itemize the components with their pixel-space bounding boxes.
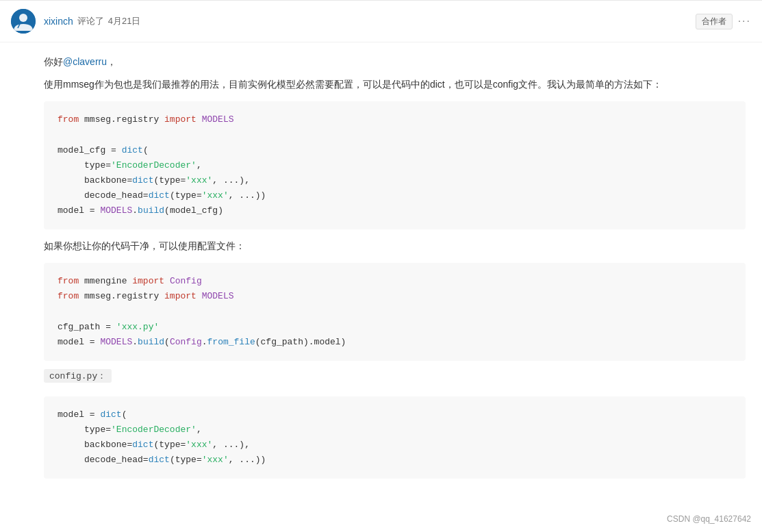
code-line: type='EncoderDecoder', — [58, 158, 732, 173]
code-line: type='EncoderDecoder', — [58, 422, 732, 438]
header-info: xixinch 评论了 4月21日 — [44, 15, 696, 27]
code-line: model = dict( — [58, 407, 732, 422]
code-line: cfg_path = 'xxx.py' — [58, 320, 732, 335]
code-line: from mmseg.registry import MODELS — [58, 112, 732, 127]
code-line: backbone=dict(type='xxx', ...), — [58, 438, 732, 453]
code-block-3: model = dict( type='EncoderDecoder', bac… — [44, 396, 746, 479]
collaborator-badge: 合作者 — [696, 14, 733, 29]
code-line: model_cfg = dict( — [58, 143, 732, 158]
code-line: decode_head=dict(type='xxx', ...)) — [58, 453, 732, 468]
code-line: from mmengine import Config — [58, 274, 732, 289]
comment-body: 你好@claverru， 使用mmseg作为包也是我们最推荐的用法，目前实例化模… — [0, 42, 762, 498]
code-line: model = MODELS.build(Config.from_file(cf… — [58, 335, 732, 350]
more-button[interactable]: ··· — [738, 15, 751, 27]
code-line: model = MODELS.build(model_cfg) — [58, 203, 732, 218]
at-user[interactable]: @claverru — [63, 56, 107, 67]
file-badge-wrapper: config.py： — [44, 369, 746, 388]
code-block-1: from mmseg.registry import MODELS model_… — [44, 101, 746, 229]
code-line: backbone=dict(type='xxx', ...), — [58, 173, 732, 188]
file-badge: config.py： — [44, 369, 112, 383]
code-line: decode_head=dict(type='xxx', ...)) — [58, 188, 732, 203]
comment-container: xixinch 评论了 4月21日 合作者 ··· 你好@claverru， 使… — [0, 0, 762, 532]
action-text: 评论了 — [77, 15, 104, 27]
greeting-paragraph: 你好@claverru， — [44, 53, 746, 71]
code-block-2: from mmengine import Config from mmseg.r… — [44, 263, 746, 360]
section2-text: 如果你想让你的代码干净，可以使用配置文件： — [44, 238, 746, 255]
header-actions: 合作者 ··· — [696, 14, 751, 29]
watermark: CSDN @qq_41627642 — [667, 514, 751, 524]
svg-point-1 — [19, 14, 27, 22]
comment-header: xixinch 评论了 4月21日 合作者 ··· — [0, 1, 762, 42]
date-text: 4月21日 — [108, 15, 141, 27]
intro-paragraph: 使用mmseg作为包也是我们最推荐的用法，目前实例化模型必然需要配置，可以是代码… — [44, 76, 746, 93]
username[interactable]: xixinch — [44, 16, 73, 27]
avatar — [11, 9, 36, 34]
code-line: from mmseg.registry import MODELS — [58, 289, 732, 304]
